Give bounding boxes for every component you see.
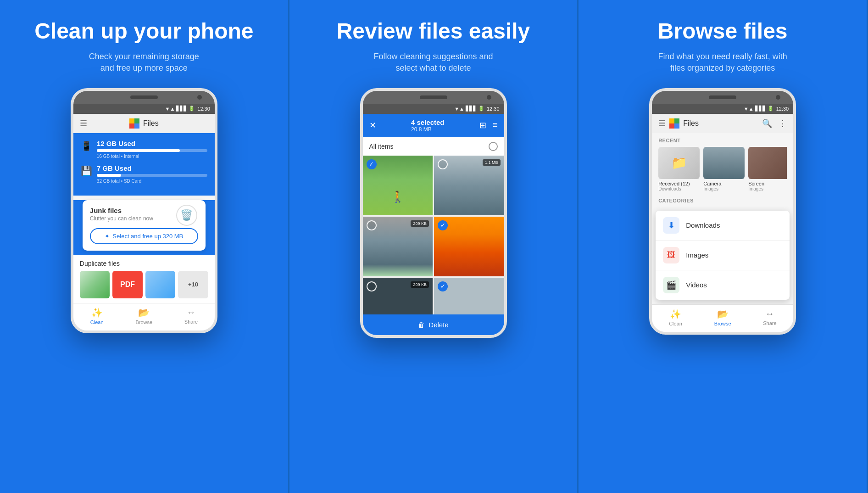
select-all-checkbox[interactable] xyxy=(489,142,498,151)
photo-checkbox-2[interactable] xyxy=(438,159,448,169)
storage-label-internal: 12 GB Used xyxy=(97,140,207,147)
recent-type-received: Downloads xyxy=(658,186,700,191)
app-title-1: Files xyxy=(129,118,159,129)
browse-nav-icon-3: 📂 xyxy=(717,308,729,319)
recent-grid: 📁 Received (12) Downloads Camera Images xyxy=(658,147,787,191)
recent-section: RECENT 📁 Received (12) Downloads xyxy=(652,133,793,196)
recent-info-screen: Screen Images xyxy=(748,181,787,191)
selection-info: 4 selected 20.8 MB xyxy=(411,118,445,133)
category-downloads[interactable]: ⬇ Downloads xyxy=(656,211,790,241)
browse-nav-label-3: Browse xyxy=(714,321,731,326)
photo-checkbox-3[interactable] xyxy=(367,220,377,230)
duplicate-thumbnails: PDF +10 xyxy=(80,271,208,298)
categories-card: ⬇ Downloads 🖼 Images 🎬 Videos xyxy=(656,211,790,300)
videos-name: Videos xyxy=(686,281,707,289)
images-name: Images xyxy=(686,251,708,259)
hamburger-icon-3[interactable]: ☰ xyxy=(658,118,666,129)
photo-checkbox-1[interactable]: ✓ xyxy=(367,159,377,169)
phone1-bottom-nav: ✨ Clean 📂 Browse ↔️ Share xyxy=(73,303,215,331)
phone-speaker-1 xyxy=(130,95,158,99)
category-images[interactable]: 🖼 Images xyxy=(656,241,790,270)
photo-cell-2[interactable]: 1.1 MB xyxy=(434,156,504,215)
photo-cell-1[interactable]: ✓ 🚶 xyxy=(363,156,433,215)
status-icons-2: ▼▲ ▋▋▋ 🔋 xyxy=(454,106,484,112)
select-free-button[interactable]: ✦ Select and free up 320 MB xyxy=(90,228,198,244)
panel-clean: Clean up your phone Check your remaining… xyxy=(0,0,289,493)
svg-rect-2 xyxy=(129,123,134,129)
wifi-icon-2: ▼▲ xyxy=(454,106,464,112)
recent-thumb-camera xyxy=(703,147,745,179)
category-videos[interactable]: 🎬 Videos xyxy=(656,270,790,300)
all-items-label: All items xyxy=(369,143,394,150)
recent-name-camera: Camera xyxy=(703,181,745,186)
delete-button[interactable]: 🗑 Delete xyxy=(363,314,504,335)
svg-rect-6 xyxy=(669,123,674,129)
categories-label: CATEGORIES xyxy=(658,198,787,203)
phone-mockup-3: ▼▲ ▋▋▋ 🔋 12:30 ☰ Files 🔍 ⋮ xyxy=(649,88,796,335)
recent-thumb-screen xyxy=(748,147,787,179)
files-app-logo-3 xyxy=(669,118,679,129)
svg-rect-5 xyxy=(674,118,679,123)
photo-cell-5[interactable]: 209 KB xyxy=(363,278,433,314)
close-selection-icon[interactable]: ✕ xyxy=(369,120,376,130)
nav-item-share-3[interactable]: ↔️ Share xyxy=(746,308,794,326)
nav-item-share-1[interactable]: ↔️ Share xyxy=(167,307,215,325)
recent-card-camera[interactable]: Camera Images xyxy=(703,147,745,191)
images-icon: 🖼 xyxy=(663,247,679,263)
panel-review: Review files easily Follow cleaning sugg… xyxy=(289,0,579,493)
sort-icon[interactable]: ≡ xyxy=(493,120,498,130)
nav-item-browse-1[interactable]: 📂 Browse xyxy=(121,307,168,325)
photo-grid: ✓ 🚶 1.1 MB 209 KB ✓ 209 KB ✓ xyxy=(363,156,504,314)
recent-thumb-received: 📁 xyxy=(658,147,700,179)
panel3-subtitle: Find what you need really fast, withfile… xyxy=(658,51,787,74)
nav-item-clean-1[interactable]: ✨ Clean xyxy=(73,307,121,325)
more-options-icon[interactable]: ⋮ xyxy=(779,118,787,129)
wifi-icon-3: ▼▲ xyxy=(744,106,754,112)
all-items-bar: All items xyxy=(363,137,504,156)
svg-rect-0 xyxy=(129,118,134,123)
photo-cell-4[interactable]: ✓ xyxy=(434,217,504,276)
grid-view-icon[interactable]: ⊞ xyxy=(479,120,486,130)
storage-detail-internal: 16 GB total • Internal xyxy=(97,154,207,159)
photo-cell-3[interactable]: 209 KB xyxy=(363,217,433,276)
nav-item-browse-3[interactable]: 📂 Browse xyxy=(699,308,746,326)
recent-card-screen[interactable]: Screen Images xyxy=(748,147,787,191)
recent-info-received: Received (12) Downloads xyxy=(658,181,700,191)
dup-thumb-2: PDF xyxy=(112,271,143,298)
selection-size: 20.8 MB xyxy=(411,126,445,133)
pdf-label: PDF xyxy=(120,280,135,289)
svg-rect-3 xyxy=(134,123,139,129)
nav-item-clean-3[interactable]: ✨ Clean xyxy=(652,308,699,326)
photo-size-5: 209 KB xyxy=(411,281,429,288)
phone-mockup-1: ▼▲ ▋▋▋ 🔋 12:30 ☰ Files 📱 xyxy=(71,88,217,333)
browse-nav-icon-1: 📂 xyxy=(138,307,150,318)
recent-name-received: Received (12) xyxy=(658,181,700,186)
photo-cell-6[interactable]: ✓ xyxy=(434,278,504,314)
selection-actions: ⊞ ≡ xyxy=(479,120,498,130)
phone-top-bar-1 xyxy=(73,91,215,104)
phone-top-bar-3 xyxy=(652,91,793,104)
plus-icon: ✦ xyxy=(105,233,110,240)
recent-card-received[interactable]: 📁 Received (12) Downloads xyxy=(658,147,700,191)
photo-checkbox-5[interactable] xyxy=(367,281,377,291)
phone3-header-left: ☰ Files xyxy=(658,118,699,129)
battery-icon: 🔋 xyxy=(189,106,195,112)
photo-checkbox-6[interactable]: ✓ xyxy=(438,281,448,291)
storage-label-sdcard: 7 GB Used xyxy=(97,164,207,172)
phone-status-bar-2: ▼▲ ▋▋▋ 🔋 12:30 xyxy=(363,104,504,114)
files-app-logo-1 xyxy=(129,118,139,129)
hamburger-icon[interactable]: ☰ xyxy=(80,118,87,129)
videos-icon: 🎬 xyxy=(663,277,679,293)
categories-section-header: CATEGORIES xyxy=(652,196,793,209)
phone-camera-3 xyxy=(776,95,780,100)
storage-item-sdcard: 💾 7 GB Used 32 GB total • SD Card xyxy=(81,164,207,184)
photo-checkbox-4[interactable]: ✓ xyxy=(438,220,448,230)
clean-nav-label-1: Clean xyxy=(90,319,104,325)
search-icon-3[interactable]: 🔍 xyxy=(762,118,772,129)
panel3-title: Browse files xyxy=(658,18,788,44)
share-nav-label-1: Share xyxy=(184,319,198,325)
storage-bar-sdcard xyxy=(97,174,207,177)
time-display-2: 12:30 xyxy=(487,106,500,112)
recent-label: RECENT xyxy=(658,138,787,143)
signal-icon: ▋▋▋ xyxy=(176,106,187,112)
